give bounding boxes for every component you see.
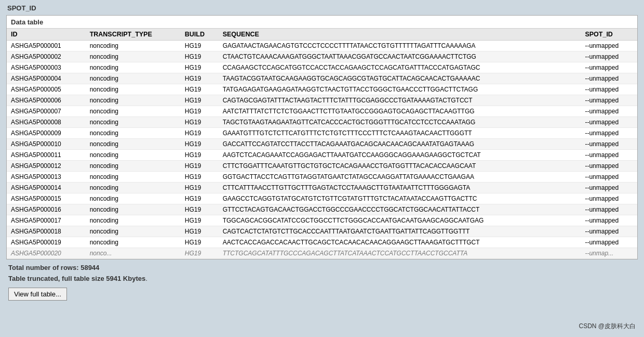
table-cell-4: --unmapped [581,193,637,204]
table-row: ASHGA5P000018noncodingHG19CAGTCACTCTATGT… [7,226,637,237]
col-header-build: BUILD [181,29,219,41]
table-cell-4: --unmapped [581,51,637,62]
table-cell-0: ASHGA5P000011 [7,150,86,161]
table-cell-2: HG19 [181,128,219,139]
table-row: ASHGA5P000010noncodingHG19GACCATTCCAGTAT… [7,139,637,150]
table-size-value: 5941 Kbytes [106,275,145,282]
table-cell-4: --unmapped [581,161,637,172]
table-cell-3: GAAGCCTCAGGTGTATGCATGTCTGTTCGTATGTTTGTCT… [219,193,581,204]
table-row: ASHGA5P000002noncodingHG19CTAACTGTCAAACA… [7,51,637,62]
table-cell-2: HG19 [181,248,219,259]
table-cell-1: noncoding [86,62,181,73]
total-rows: Total number of rows: 58944 [8,264,636,271]
table-cell-2: HG19 [181,183,219,193]
table-cell-4: --unmapped [581,150,637,161]
table-cell-1: noncoding [86,139,181,150]
table-cell-4: --unmapped [581,95,637,106]
table-cell-0: ASHGA5P000012 [7,161,86,172]
table-cell-4: --unmapped [581,172,637,183]
table-row: ASHGA5P000013noncodingHG19GGTGACTTACCTCA… [7,172,637,183]
table-cell-1: noncoding [86,41,181,51]
table-cell-3: CAGTCACTCTATGTCTTGCACCCAATTTAATGAATCTGAA… [219,226,581,237]
truncated-label: Table truncated, full table size [8,275,104,282]
table-cell-3: GGTGACTTACCTCAGTTGTAGGTATGAATCTATAGCCAAG… [219,172,581,183]
table-cell-0: ASHGA5P000013 [7,172,86,183]
table-row: ASHGA5P000004noncodingHG19TAAGTACGGTAATG… [7,73,637,84]
table-cell-2: HG19 [181,84,219,95]
table-cell-3: TTCTGCAGCATATTTGCCCAGACAGCTTATCATAAACTCC… [219,248,581,259]
table-cell-0: ASHGA5P000001 [7,41,86,51]
view-full-table-button[interactable]: View full table... [8,288,67,301]
table-row: ASHGA5P000005noncodingHG19TATGAGAGATGAAG… [7,84,637,95]
footer-section: Total number of rows: 58944 Table trunca… [6,260,638,303]
table-cell-0: ASHGA5P000002 [7,51,86,62]
table-size-info: Table truncated, full table size 5941 Kb… [8,275,636,282]
table-cell-2: HG19 [181,95,219,106]
table-row: ASHGA5P000008noncodingHG19TAGCTGTAAGTAAG… [7,117,637,128]
table-cell-1: noncoding [86,215,181,226]
table-row: ASHGA5P000011noncodingHG19AAGTCTCACAGAAA… [7,150,637,161]
table-cell-0: ASHGA5P000004 [7,73,86,84]
col-header-id: ID [7,29,86,41]
table-cell-2: HG19 [181,117,219,128]
table-cell-2: HG19 [181,226,219,237]
table-cell-2: HG19 [181,41,219,51]
table-cell-4: --unmapped [581,41,637,51]
table-cell-1: noncoding [86,117,181,128]
table-cell-4: --unmapped [581,117,637,128]
table-cell-0: ASHGA5P000019 [7,237,86,248]
table-cell-0: ASHGA5P000020 [7,248,86,259]
table-cell-3: CTTCTGGATTTCAAATGTTGCTGTGCTCACAGAAACCTGA… [219,161,581,172]
table-cell-1: noncoding [86,193,181,204]
table-cell-4: --unmapped [581,237,637,248]
data-table: ID TRANSCRIPT_TYPE BUILD SEQUENCE SPOT_I… [7,29,637,259]
table-cell-0: ASHGA5P000003 [7,62,86,73]
table-cell-4: --unmapped [581,204,637,215]
table-cell-4: --unmapped [581,106,637,117]
table-cell-2: HG19 [181,51,219,62]
table-cell-1: noncoding [86,73,181,84]
table-cell-3: AAGTCTCACAGAAATCCAGGAGACTTAAATGATCCAAGGG… [219,150,581,161]
table-section: Data table ID TRANSCRIPT_TYPE BUILD SEQU… [6,15,638,260]
table-cell-0: ASHGA5P000010 [7,139,86,150]
table-cell-4: --unmapped [581,215,637,226]
page-container: SPOT_ID Data table ID TRANSCRIPT_TYPE BU… [0,0,644,337]
table-row: ASHGA5P000019noncodingHG19AACTCACCAGACCA… [7,237,637,248]
table-cell-3: AATCTATTTATCTTCTCTGGAACTTCTTGTAATGCCGGGA… [219,106,581,117]
table-row: ASHGA5P000009noncodingHG19GAAATGTTTGTCTC… [7,128,637,139]
total-rows-value: 58944 [81,264,99,271]
table-row: ASHGA5P000020nonco...HG19TTCTGCAGCATATTT… [7,248,637,259]
table-cell-3: TAAGTACGGTAATGCAAGAAGGTGCAGCAGGCGTAGTGCA… [219,73,581,84]
table-header-row: ID TRANSCRIPT_TYPE BUILD SEQUENCE SPOT_I… [7,29,637,41]
table-cell-2: HG19 [181,215,219,226]
table-row: ASHGA5P000017noncodingHG19TGGCAGCACGGCAT… [7,215,637,226]
table-cell-4: --unmap... [581,248,637,259]
col-header-transcript-type: TRANSCRIPT_TYPE [86,29,181,41]
table-cell-3: CCAGAAGCTCCAGCATGGTCCACCTACCAGAAGCTCCAGC… [219,62,581,73]
table-cell-1: noncoding [86,204,181,215]
table-cell-3: GAGATAACTAGAACAGTGTCCCTCCCCTTTTATAACCTGT… [219,41,581,51]
table-cell-0: ASHGA5P000007 [7,106,86,117]
table-cell-1: noncoding [86,161,181,172]
table-cell-1: nonco... [86,248,181,259]
table-row: ASHGA5P000006noncodingHG19CAGTAGCGAGTATT… [7,95,637,106]
table-row: ASHGA5P000001noncodingHG19GAGATAACTAGAAC… [7,41,637,51]
table-cell-1: noncoding [86,183,181,193]
table-cell-4: --unmapped [581,183,637,193]
table-cell-1: noncoding [86,150,181,161]
table-cell-0: ASHGA5P000015 [7,193,86,204]
table-cell-0: ASHGA5P000008 [7,117,86,128]
table-cell-1: noncoding [86,51,181,62]
table-cell-1: noncoding [86,128,181,139]
table-cell-1: noncoding [86,106,181,117]
table-cell-3: GACCATTCCAGTATCCTTACCTTACAGAAATGACAGCAAC… [219,139,581,150]
table-cell-2: HG19 [181,193,219,204]
table-row: ASHGA5P000015noncodingHG19GAAGCCTCAGGTGT… [7,193,637,204]
table-cell-2: HG19 [181,161,219,172]
table-cell-4: --unmapped [581,62,637,73]
table-cell-0: ASHGA5P000017 [7,215,86,226]
table-cell-0: ASHGA5P000005 [7,84,86,95]
table-body: ASHGA5P000001noncodingHG19GAGATAACTAGAAC… [7,41,637,259]
table-cell-0: ASHGA5P000018 [7,226,86,237]
table-cell-1: noncoding [86,84,181,95]
